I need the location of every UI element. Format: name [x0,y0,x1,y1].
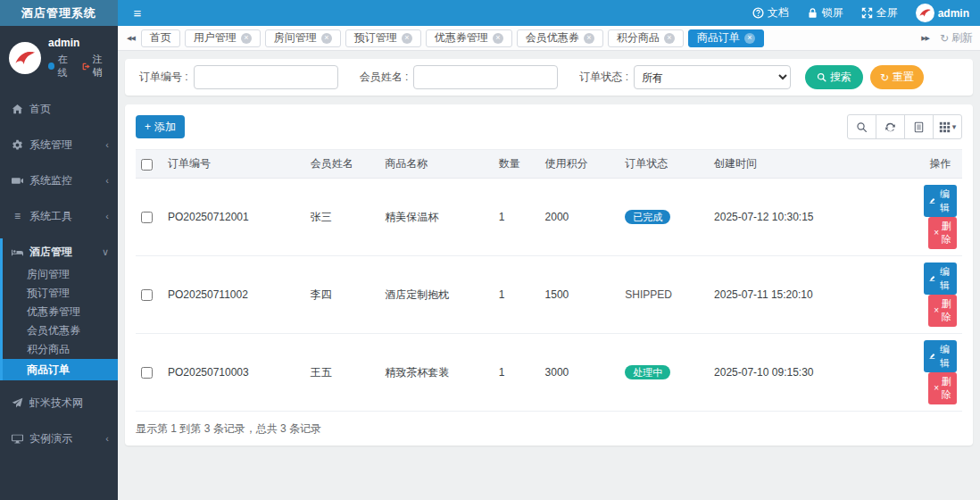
tab-refresh-button[interactable]: ↻ 刷新 [940,30,973,46]
tabs-scroll-left-button[interactable]: ◀◀ [125,35,137,42]
sidebar-item-tech-site[interactable]: 虾米技术网 [0,389,118,416]
reset-button-label: 重置 [893,70,914,85]
lock-screen-button[interactable]: 锁屏 [807,5,843,21]
sidebar-item-goods-orders[interactable]: 商品订单 [3,359,118,380]
edit-button-label: 编辑 [938,265,951,292]
reset-button[interactable]: ↻ 重置 [870,65,924,89]
sidebar-item-system-tools[interactable]: ≡ 系统工具 ‹ [0,203,118,229]
delete-button[interactable]: ×删除 [928,372,957,404]
sidebar-item-system-monitor[interactable]: 系统监控 ‹ [0,167,118,194]
header-username: admin [938,7,969,20]
sidebar-item-system-admin[interactable]: 系统管理 ‹ [0,131,118,158]
delete-button[interactable]: ×删除 [928,217,957,249]
sidebar-item-booking-admin[interactable]: 预订管理 [3,284,118,303]
online-status-icon [48,62,54,70]
tab-booking-admin[interactable]: 预订管理× [345,29,421,47]
fullscreen-icon [861,7,873,19]
orders-table: 订单编号 会员姓名 商品名称 数量 使用积分 订单状态 创建时间 操作 PO20… [136,149,962,412]
sidebar-user-panel: admin 在线 注销 [0,26,118,88]
row-checkbox[interactable] [141,212,153,223]
tab-label: 商品订单 [697,30,740,46]
sidebar-item-member-coupon[interactable]: 会员优惠券 [3,321,118,340]
close-icon[interactable]: × [584,33,594,44]
cell-qty: 1 [494,334,540,412]
refresh-icon: ↻ [940,32,949,45]
refresh-label: 刷新 [951,30,973,46]
member-name-input[interactable] [413,65,558,89]
table-refresh-button[interactable] [876,114,905,139]
sidebar-group-hotel: 酒店管理 ∨ 房间管理 预订管理 优惠券管理 会员优惠券 积分商品 商品订单 [0,238,118,380]
tab-room-admin[interactable]: 房间管理× [265,29,341,47]
monitor-icon [12,175,23,187]
close-icon[interactable]: × [241,33,252,44]
online-status-label: 在线 [57,53,75,79]
fullscreen-label: 全屏 [876,5,898,21]
order-status-label: 订单状态 : [579,70,628,85]
close-icon[interactable]: × [744,33,755,44]
sidebar-item-points-goods[interactable]: 积分商品 [3,340,118,359]
close-icon[interactable]: × [664,33,675,44]
tabs-scroll-right-button[interactable]: ▶▶ [919,35,931,42]
edit-button-label: 编辑 [938,343,951,370]
user-menu[interactable]: admin [916,4,969,22]
tab-label: 用户管理 [194,30,237,46]
cell-order-no: PO20250711002 [162,256,305,334]
sidebar-menu: 首页 系统管理 ‹ 系统监控 ‹ ≡ 系统工具 ‹ 酒店管理 ∨ 房间管理 [0,96,118,452]
avatar[interactable] [9,42,41,74]
sidebar-item-room-admin[interactable]: 房间管理 [3,265,118,284]
order-no-input[interactable] [194,65,338,89]
tab-points-goods[interactable]: 积分商品× [608,29,684,47]
caret-down-icon: ▾ [952,122,957,131]
chevron-left-icon: ‹ [105,433,109,444]
table-search-toggle-button[interactable] [847,114,876,139]
tab-coupon-admin[interactable]: 优惠券管理× [426,29,512,47]
select-all-checkbox[interactable] [141,159,153,171]
delete-button[interactable]: ×删除 [928,295,957,327]
cell-qty: 1 [494,179,540,256]
table-panel: + 添加 ▾ [125,104,973,446]
sidebar-item-home[interactable]: 首页 [0,96,118,122]
toggle-card-view-button[interactable] [904,114,934,139]
order-status-select[interactable]: 所有 [634,65,791,89]
hamburger-icon: ≡ [134,5,142,21]
close-icon[interactable]: × [402,33,412,44]
sidebar-toggle-button[interactable]: ≡ [118,0,157,26]
edit-button[interactable]: 编辑 [924,340,957,372]
refresh-icon: ↻ [880,71,889,84]
close-icon[interactable]: × [321,33,332,44]
records-summary: 显示第 1 到第 3 条记录，总共 3 条记录 [136,421,962,437]
home-icon [12,104,23,115]
submenu-label: 会员优惠券 [27,323,80,338]
paper-plane-icon [12,397,23,409]
close-icon[interactable]: × [493,33,503,44]
tab-goods-orders[interactable]: 商品订单× [688,29,764,47]
edit-icon [929,352,935,361]
row-checkbox[interactable] [141,367,153,379]
tab-member-coupon[interactable]: 会员优惠券× [517,29,603,47]
docs-link[interactable]: 文档 [752,5,789,21]
edit-button[interactable]: 编辑 [924,185,957,217]
add-button[interactable]: + 添加 [136,115,185,138]
search-button[interactable]: 搜索 [805,65,863,89]
edit-button[interactable]: 编辑 [924,262,957,295]
col-order-no: 订单编号 [162,150,305,179]
columns-dropdown-button[interactable]: ▾ [933,114,962,139]
sidebar-item-demo[interactable]: 实例演示 ‹ [0,425,118,452]
bird-logo-icon [13,46,37,70]
logout-link[interactable]: 注销 [82,53,111,79]
status-badge: 已完成 [625,210,670,224]
row-checkbox[interactable] [141,289,153,301]
lock-label: 锁屏 [822,5,843,21]
close-icon: × [934,229,939,238]
fullscreen-button[interactable]: 全屏 [861,5,898,21]
tab-user-admin[interactable]: 用户管理× [185,29,261,47]
tab-home[interactable]: 首页 [141,29,180,47]
delete-button-label: 删除 [942,375,951,402]
plus-icon: + [145,121,151,133]
search-button-label: 搜索 [830,70,851,85]
sidebar-item-coupon-admin[interactable]: 优惠券管理 [3,303,118,321]
card-view-icon [913,121,925,133]
edit-button-label: 编辑 [938,188,951,214]
sidebar-item-hotel-admin[interactable]: 酒店管理 ∨ [3,238,118,265]
delete-button-label: 删除 [942,220,951,246]
